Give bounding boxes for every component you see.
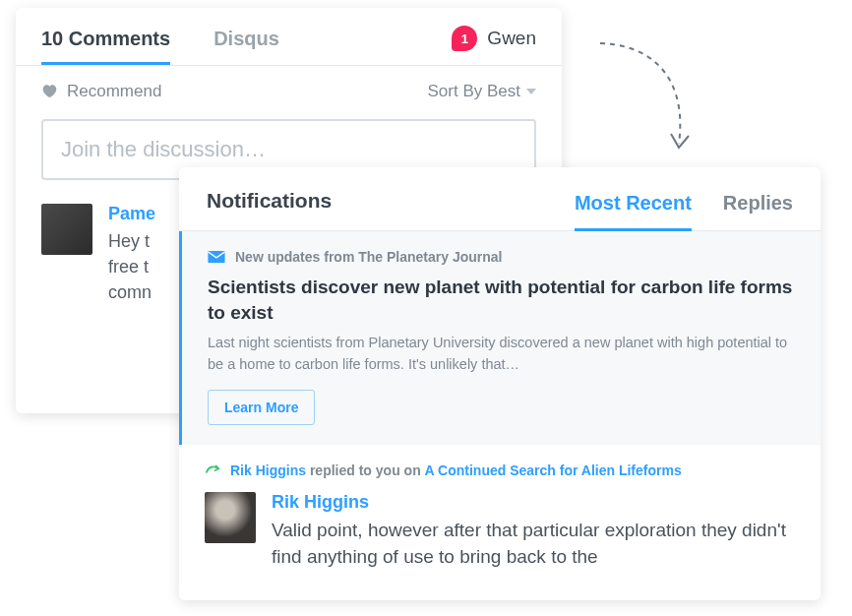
notifications-title: Notifications <box>207 189 332 230</box>
user-menu[interactable]: 1 Gwen <box>452 26 536 65</box>
reply-author-link[interactable]: Rik Higgins <box>272 492 795 513</box>
tab-most-recent[interactable]: Most Recent <box>575 192 692 230</box>
comments-toolbar: Recommend Sort By Best <box>16 66 562 117</box>
update-headline[interactable]: Scientists discover new planet with pote… <box>208 275 795 325</box>
mail-icon <box>208 251 225 263</box>
reply-verb: replied to you on <box>306 462 425 478</box>
tab-comments[interactable]: 10 Comments <box>41 28 170 64</box>
notification-badge[interactable]: 1 <box>452 26 477 51</box>
recommend-button[interactable]: Recommend <box>41 82 161 101</box>
heart-icon <box>41 84 59 99</box>
reply-arrow-icon <box>205 463 222 477</box>
tab-disqus[interactable]: Disqus <box>213 28 279 64</box>
update-description: Last night scientists from Planetary Uni… <box>208 333 795 376</box>
comment-text: Hey t free t comn <box>108 228 155 305</box>
commenter-name[interactable]: Pame <box>108 204 155 224</box>
user-name: Gwen <box>487 28 536 49</box>
reply-thread-link[interactable]: A Continued Search for Alien Lifeforms <box>425 462 682 478</box>
arrow-icon <box>590 35 708 163</box>
recommend-label: Recommend <box>67 82 161 101</box>
update-notification: New updates from The Planetary Journal S… <box>179 231 821 445</box>
avatar <box>205 492 256 543</box>
sort-dropdown[interactable]: Sort By Best <box>428 82 536 101</box>
update-source: New updates from The Planetary Journal <box>208 249 795 265</box>
notifications-header: Notifications Most Recent Replies <box>179 167 821 231</box>
reply-notification: Rik Higgins replied to you on A Continue… <box>179 445 821 571</box>
reply-text: Valid point, however after that particul… <box>272 517 795 571</box>
notifications-panel: Notifications Most Recent Replies New up… <box>179 167 821 600</box>
chevron-down-icon <box>526 89 536 94</box>
sort-label: Sort By Best <box>428 82 520 101</box>
comments-tabbar: 10 Comments Disqus 1 Gwen <box>16 8 562 66</box>
reply-meta: Rik Higgins replied to you on A Continue… <box>205 462 795 478</box>
svg-rect-0 <box>208 251 224 263</box>
update-source-text: New updates from The Planetary Journal <box>235 249 503 265</box>
learn-more-button[interactable]: Learn More <box>208 390 315 425</box>
reply-row: Rik Higgins Valid point, however after t… <box>205 492 795 571</box>
tab-replies[interactable]: Replies <box>723 192 793 230</box>
avatar <box>41 204 92 255</box>
reply-actor-link[interactable]: Rik Higgins <box>230 462 306 478</box>
